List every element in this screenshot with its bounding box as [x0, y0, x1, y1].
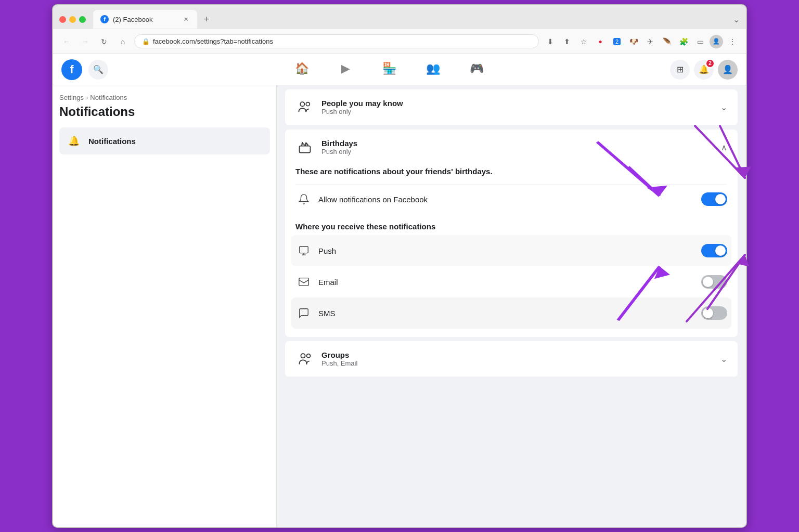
toggle-knob [715, 194, 726, 204]
active-tab[interactable]: f (2) Facebook ✕ [93, 10, 197, 29]
browser-profile-avatar[interactable]: 👤 [710, 35, 723, 48]
nav-gaming-button[interactable]: 🎮 [456, 56, 497, 83]
allow-notifications-toggle[interactable] [701, 192, 727, 206]
maximize-window-button[interactable] [79, 16, 86, 23]
adblock-icon[interactable]: ● [593, 34, 608, 49]
tab-favicon: f [100, 15, 109, 23]
url-text: facebook.com/settings?tab=notifications [153, 37, 273, 45]
push-toggle-knob [715, 245, 726, 256]
groups-section-header[interactable]: Groups Push, Email ⌄ [285, 341, 738, 377]
people-icon [295, 98, 314, 116]
page-title: Notifications [59, 105, 270, 119]
reload-button[interactable]: ↻ [97, 34, 111, 49]
browser-window: f (2) Facebook ✕ + ⌄ ← → ↻ ⌂ 🔒 facebook.… [52, 4, 747, 528]
email-label: Email [318, 278, 338, 287]
share-icon[interactable]: ⬆ [560, 34, 574, 49]
main-content: Settings › Notifications Notifications 🔔… [53, 85, 746, 527]
email-toggle[interactable] [701, 275, 727, 289]
profile-menu-button[interactable]: 👤 [718, 60, 738, 80]
birthdays-chevron-icon: ∧ [721, 142, 727, 152]
nav-watch-button[interactable]: ▶ [325, 56, 366, 83]
birthdays-section-header[interactable]: Birthdays Push only ∧ [285, 129, 738, 165]
push-notification-row: Push [291, 235, 731, 266]
birthdays-section: Birthdays Push only ∧ These are notifica… [285, 129, 738, 337]
lock-icon: 🔒 [142, 38, 150, 45]
breadcrumb-notifications: Notifications [90, 94, 127, 101]
sidebar-toggle-icon[interactable]: ▭ [693, 34, 707, 49]
people-section: People you may know Push only ⌄ [285, 89, 738, 125]
facebook-navbar: f 🔍 🏠 ▶ 🏪 👥 🎮 ⊞ 🔔 2 👤 [53, 54, 746, 85]
window-menu-button[interactable]: ⌄ [733, 15, 740, 24]
settings-sidebar: Settings › Notifications Notifications 🔔… [53, 85, 277, 527]
birthdays-section-subtitle: Push only [321, 148, 357, 155]
notification-badge: 2 [705, 59, 715, 68]
people-section-title: People you may know [321, 99, 403, 108]
email-icon [295, 274, 312, 290]
svg-rect-3 [300, 246, 308, 253]
nav-marketplace-button[interactable]: 🏪 [368, 56, 410, 83]
svg-rect-2 [300, 146, 311, 153]
breadcrumb-settings: Settings [59, 94, 84, 101]
new-tab-button[interactable]: + [199, 12, 214, 27]
bookmark-icon[interactable]: ☆ [576, 34, 591, 49]
groups-section: Groups Push, Email ⌄ [285, 341, 738, 377]
birthdays-section-title: Birthdays [321, 139, 357, 148]
email-toggle-knob [703, 277, 713, 287]
address-bar: ← → ↻ ⌂ 🔒 facebook.com/settings?tab=noti… [53, 29, 746, 54]
sms-icon [295, 305, 312, 321]
nav-right: ⊞ 🔔 2 👤 [670, 60, 738, 80]
allow-bell-icon [295, 191, 312, 207]
close-window-button[interactable] [59, 16, 66, 23]
nav-home-button[interactable]: 🏠 [281, 56, 323, 83]
svg-rect-4 [299, 278, 308, 286]
breadcrumb-separator: › [86, 94, 88, 101]
download-icon[interactable]: ⬇ [543, 34, 558, 49]
tab-label: (2) Facebook [113, 16, 153, 23]
puzzle-icon[interactable]: 🧩 [676, 34, 691, 49]
push-toggle[interactable] [701, 244, 727, 257]
facebook-logo[interactable]: f [61, 59, 82, 80]
traffic-lights [59, 16, 86, 23]
apps-grid-button[interactable]: ⊞ [670, 60, 690, 80]
back-button[interactable]: ← [59, 34, 74, 49]
birthdays-description: These are notifications about your frien… [295, 167, 727, 176]
sms-toggle[interactable] [701, 306, 727, 320]
email-notification-row: Email [295, 266, 727, 297]
browser-menu-icon[interactable]: ⋮ [725, 34, 740, 49]
allow-notifications-label: Allow notifications on Facebook [318, 195, 428, 204]
nav-friends-button[interactable]: 👥 [412, 56, 454, 83]
extension3-icon[interactable]: ✈ [643, 34, 658, 49]
groups-section-title: Groups [321, 351, 357, 359]
extension-badge-icon[interactable]: 2 [610, 34, 624, 49]
home-button[interactable]: ⌂ [115, 34, 130, 49]
svg-point-0 [300, 102, 304, 106]
url-bar[interactable]: 🔒 facebook.com/settings?tab=notification… [134, 34, 539, 48]
sms-notification-row: SMS [291, 297, 731, 329]
extension2-icon[interactable]: 🐶 [626, 34, 641, 49]
feather-icon[interactable]: 🪶 [660, 34, 674, 49]
people-section-subtitle: Push only [321, 108, 403, 115]
browser-actions: ⬇ ⬆ ☆ ● 2 🐶 ✈ 🪶 🧩 ▭ 👤 ⋮ [543, 34, 740, 49]
birthday-icon [295, 138, 314, 157]
tab-bar: f (2) Facebook ✕ + ⌄ [53, 5, 746, 29]
minimize-window-button[interactable] [69, 16, 76, 23]
birthdays-body: These are notifications about your frien… [285, 167, 738, 337]
sms-toggle-knob [703, 308, 713, 318]
push-label: Push [318, 246, 336, 255]
svg-point-10 [301, 354, 305, 358]
notification-bell-button[interactable]: 🔔 2 [694, 60, 714, 80]
people-chevron-icon: ⌄ [720, 102, 727, 112]
search-button[interactable]: 🔍 [88, 60, 108, 80]
allow-notifications-row: Allow notifications on Facebook [295, 184, 727, 214]
svg-point-1 [306, 102, 310, 106]
push-icon [295, 242, 312, 259]
nav-center: 🏠 ▶ 🏪 👥 🎮 [112, 56, 666, 83]
sidebar-item-notifications[interactable]: 🔔 Notifications [59, 127, 270, 154]
people-section-header[interactable]: People you may know Push only ⌄ [285, 89, 738, 125]
forward-button[interactable]: → [78, 34, 93, 49]
sidebar-notifications-label: Notifications [88, 137, 136, 146]
where-receive-heading: Where you receive these notifications [295, 222, 727, 231]
tab-close-button[interactable]: ✕ [182, 15, 190, 23]
settings-content: People you may know Push only ⌄ [277, 85, 746, 527]
breadcrumb: Settings › Notifications [59, 94, 270, 101]
